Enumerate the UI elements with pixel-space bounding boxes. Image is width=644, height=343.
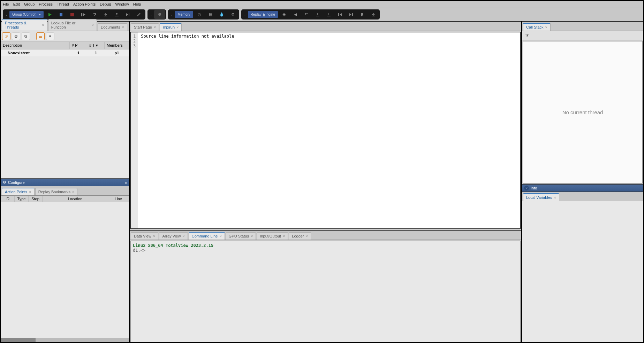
tab-local-variables[interactable]: Local Variables× <box>523 193 559 201</box>
bookmark-button[interactable] <box>357 10 368 19</box>
menu-debug[interactable]: Debug <box>100 2 111 6</box>
pt-view-2-button[interactable]: ② <box>12 32 20 40</box>
version-text: Linux x86_64 TotalView 2023.2.15 <box>133 243 518 248</box>
command-line-panel[interactable]: Linux x86_64 TotalView 2023.2.15 d1.<> <box>130 241 521 342</box>
tab-mpirun[interactable]: mpirun× <box>160 23 182 31</box>
svg-marker-5 <box>83 13 85 16</box>
halt-button[interactable] <box>55 10 67 19</box>
tab-input-output[interactable]: Input/Output× <box>257 232 288 240</box>
menu-process[interactable]: Process <box>39 2 53 6</box>
run-to-button[interactable] <box>122 10 134 19</box>
table-row[interactable]: Nonexistent 1 1 p1 <box>1 49 129 56</box>
tab-processes-threads[interactable]: Processes & Threads× <box>2 19 47 31</box>
menu-thread[interactable]: Thread <box>57 2 69 6</box>
pt-table-header: Description # P # T ▾ Members <box>1 42 129 49</box>
col-description[interactable]: Description <box>1 42 70 49</box>
step-button[interactable] <box>89 10 100 19</box>
go-button[interactable] <box>44 10 55 19</box>
pt-view-1-button[interactable]: ① <box>2 32 10 40</box>
col-id[interactable]: ID <box>1 196 15 202</box>
source-editor[interactable]: 123 Source line information not availabl… <box>130 32 521 229</box>
grip-icon[interactable]: ⋮ <box>169 12 175 17</box>
close-icon[interactable]: × <box>91 23 93 27</box>
menu-group[interactable]: Group <box>24 2 35 6</box>
close-icon[interactable]: × <box>251 234 253 238</box>
info-bar[interactable]: ? Info <box>522 184 643 192</box>
next-button[interactable] <box>78 10 89 19</box>
menu-file[interactable]: File <box>3 2 9 6</box>
svg-rect-1 <box>60 13 61 16</box>
close-icon[interactable]: × <box>154 25 156 29</box>
group-control-dropdown[interactable]: Group (Control) <box>9 11 44 18</box>
mem-settings-button[interactable]: ⚙ <box>227 10 238 19</box>
replay-step-in-back-button[interactable] <box>323 10 334 19</box>
replay-step-back-button[interactable] <box>301 10 312 19</box>
mem-btn-3[interactable]: 💧 <box>216 10 227 19</box>
info-icon: ? <box>524 186 529 190</box>
close-icon[interactable]: × <box>122 25 124 29</box>
tab-start-page[interactable]: Start Page× <box>131 23 159 31</box>
col-members[interactable]: Members <box>105 42 129 49</box>
tab-documents[interactable]: Documents× <box>98 23 127 31</box>
call-stack-panel: No current thread <box>523 41 643 184</box>
col-processes[interactable]: # P <box>70 42 87 49</box>
tab-replay-bookmarks[interactable]: Replay Bookmarks× <box>35 188 78 195</box>
memory-label-button[interactable]: Memory <box>175 11 193 18</box>
menu-help[interactable]: Help <box>133 2 141 6</box>
menu-edit[interactable]: Edit <box>13 2 20 6</box>
command-prompt: d1.<> <box>133 248 518 253</box>
grip-icon[interactable]: ⋮ <box>3 12 9 17</box>
close-icon[interactable]: × <box>306 234 308 238</box>
tab-logger[interactable]: Logger× <box>289 232 311 240</box>
close-icon[interactable]: × <box>182 234 184 238</box>
col-threads[interactable]: # T ▾ <box>87 42 105 49</box>
filter-icon[interactable]: ⧩ <box>523 32 530 39</box>
replay-back-button[interactable]: ◀ <box>290 10 301 19</box>
close-icon[interactable]: × <box>283 234 285 238</box>
menu-action-points[interactable]: Action Points <box>73 2 96 6</box>
source-tabbar: Start Page× mpirun× <box>130 22 521 31</box>
col-location[interactable]: Location <box>43 196 108 202</box>
close-icon[interactable]: × <box>545 25 547 29</box>
record-button[interactable]: ◉ <box>279 10 290 19</box>
tab-gpu-status[interactable]: GPU Status× <box>226 232 256 240</box>
step-out-button[interactable] <box>111 10 122 19</box>
col-line[interactable]: Line <box>108 196 129 202</box>
grip-icon[interactable]: ⋮ <box>148 12 154 17</box>
replay-next-button[interactable] <box>346 10 357 19</box>
save-button[interactable] <box>368 10 379 19</box>
close-icon[interactable]: × <box>29 190 31 194</box>
tab-command-line[interactable]: Command Line× <box>189 232 225 240</box>
replay-prev-button[interactable] <box>334 10 346 19</box>
tab-call-stack[interactable]: Call Stack× <box>523 23 551 31</box>
configure-bar[interactable]: ⚙ Configure ≡ <box>1 178 129 186</box>
kill-button[interactable] <box>67 10 78 19</box>
mem-btn-1[interactable]: ◎ <box>194 10 205 19</box>
close-icon[interactable]: × <box>72 190 74 194</box>
col-type[interactable]: Type <box>15 196 29 202</box>
close-icon[interactable]: × <box>42 23 44 27</box>
step-into-button[interactable] <box>100 10 111 19</box>
close-icon[interactable]: × <box>554 195 556 200</box>
settings-gear-button[interactable]: ⚙ <box>154 10 165 19</box>
close-icon[interactable]: × <box>153 234 155 238</box>
pt-layout-flat-button[interactable]: ≡ <box>46 32 54 40</box>
tab-array-view[interactable]: Array View× <box>159 232 188 240</box>
tab-lookup[interactable]: Lookup File or Function× <box>48 19 97 31</box>
edit-button[interactable] <box>134 10 145 19</box>
replay-label-button[interactable]: ReplayEngine <box>248 11 278 18</box>
tab-data-view[interactable]: Data View× <box>131 232 158 240</box>
scrollbar[interactable] <box>1 338 129 343</box>
grip-icon[interactable]: ⋮ <box>242 12 248 17</box>
replay-step-out-back-button[interactable] <box>312 10 323 19</box>
menu-window[interactable]: Window <box>115 2 129 6</box>
gear-icon: ⚙ <box>3 180 6 185</box>
mem-btn-2[interactable]: ▤ <box>205 10 216 19</box>
pt-layout-tree-button[interactable]: ☰ <box>36 32 45 40</box>
drag-handle-icon[interactable]: ≡ <box>125 180 127 185</box>
close-icon[interactable]: × <box>219 234 221 238</box>
pt-view-3-button[interactable]: ③ <box>22 32 30 40</box>
col-stop[interactable]: Stop <box>29 196 43 202</box>
close-icon[interactable]: × <box>176 25 179 29</box>
tab-action-points[interactable]: Action Points× <box>2 188 35 195</box>
